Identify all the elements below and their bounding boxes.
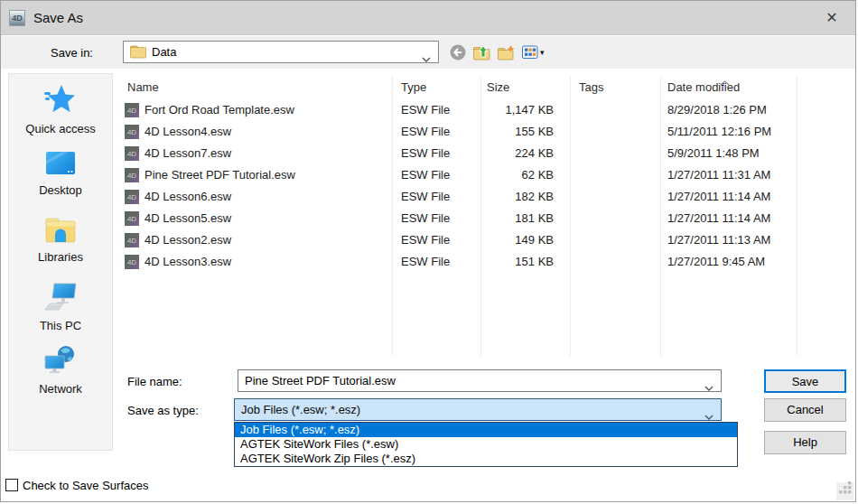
file-row[interactable]: 4D 4D Lesson2.esw ESW File 149 KB 1/27/2… <box>123 230 856 252</box>
file-size: 1,147 KB <box>462 103 554 117</box>
file-date-modified: 1/27/2011 11:13 AM <box>667 233 770 247</box>
esw-file-icon: 4D <box>125 190 139 204</box>
esw-file-icon: 4D <box>125 168 139 182</box>
title-bar[interactable]: 4D Save As ✕ <box>1 1 855 35</box>
resize-grip-area <box>836 482 854 500</box>
esw-file-icon: 4D <box>125 125 139 139</box>
this-pc-icon <box>9 282 112 316</box>
sidebar-item-libraries[interactable]: Libraries <box>9 215 112 264</box>
current-folder: Data <box>152 45 176 59</box>
file-name-input[interactable]: Pine Street PDF Tutorial.esw <box>238 369 722 392</box>
save-surfaces-checkbox[interactable] <box>5 479 18 491</box>
save-as-dialog: 4D Save As ✕ Save in: Data ▾ <box>0 0 856 502</box>
libraries-icon <box>9 215 112 247</box>
file-size: 62 KB <box>462 168 554 182</box>
view-menu-button[interactable]: ▾ <box>522 45 545 60</box>
file-list: 4D Fort Ord Road Template.esw ESW File 1… <box>123 100 856 274</box>
type-option[interactable]: Job Files (*.esw; *.esz) <box>235 423 737 437</box>
esw-file-icon: 4D <box>125 103 139 117</box>
desktop-icon <box>9 150 112 181</box>
sidebar-item-quick-access[interactable]: Quick access <box>9 83 112 135</box>
save-surfaces-label: Check to Save Surfaces <box>23 479 148 492</box>
places-sidebar: Quick access Desktop Libraries This PC N… <box>8 73 113 451</box>
sidebar-item-label: Quick access <box>9 122 112 135</box>
close-button[interactable]: ✕ <box>821 8 843 28</box>
up-one-level-button[interactable] <box>473 45 490 61</box>
file-type: ESW File <box>401 146 450 160</box>
resize-grip[interactable] <box>839 481 852 498</box>
file-name: 4D Lesson5.esw <box>145 211 231 225</box>
sidebar-item-label: This PC <box>9 319 112 332</box>
file-row[interactable]: 4D 4D Lesson4.esw ESW File 155 KB 5/11/2… <box>123 122 856 144</box>
cancel-button[interactable]: Cancel <box>764 398 846 422</box>
save-in-combobox[interactable]: Data <box>123 41 439 63</box>
file-size: 149 KB <box>462 233 554 247</box>
save-in-label: Save in: <box>51 46 93 60</box>
sidebar-item-network[interactable]: Network <box>9 345 112 396</box>
file-size: 182 KB <box>462 190 554 203</box>
file-name: Fort Ord Road Template.esw <box>145 103 294 117</box>
file-date-modified: 5/11/2011 12:16 PM <box>667 125 771 138</box>
save-as-type-label: Save as type: <box>127 404 199 417</box>
file-row[interactable]: 4D 4D Lesson7.esw ESW File 224 KB 5/9/20… <box>123 144 856 165</box>
file-row[interactable]: 4D Fort Ord Road Template.esw ESW File 1… <box>123 100 856 122</box>
sidebar-item-label: Desktop <box>9 183 112 197</box>
file-type: ESW File <box>401 190 450 203</box>
chevron-down-icon <box>422 50 431 66</box>
file-row[interactable]: 4D 4D Lesson6.esw ESW File 182 KB 1/27/2… <box>123 187 856 209</box>
column-header-tags[interactable]: Tags <box>579 80 603 94</box>
file-name: Pine Street PDF Tutorial.esw <box>145 168 295 182</box>
view-menu-caret-icon: ▾ <box>540 48 545 57</box>
file-name: 4D Lesson7.esw <box>145 146 231 160</box>
file-row[interactable]: 4D 4D Lesson3.esw ESW File 151 KB 1/27/2… <box>123 252 856 274</box>
file-type: ESW File <box>401 168 450 182</box>
dialog-title: Save As <box>33 10 83 25</box>
file-row[interactable]: 4D 4D Lesson5.esw ESW File 181 KB 1/27/2… <box>123 209 856 230</box>
esw-file-icon: 4D <box>125 233 139 247</box>
type-option[interactable]: AGTEK SiteWork Files (*.esw) <box>235 437 737 452</box>
create-new-folder-button[interactable] <box>498 45 515 61</box>
file-date-modified: 1/27/2011 11:31 AM <box>667 168 770 182</box>
file-type: ESW File <box>401 125 450 138</box>
app-logo-icon: 4D <box>9 10 25 26</box>
save-as-type-dropdown: Job Files (*.esw; *.esz) AGTEK SiteWork … <box>234 422 738 467</box>
file-size: 151 KB <box>462 255 554 268</box>
sidebar-item-label: Network <box>9 382 112 396</box>
save-surfaces-option[interactable]: Check to Save Surfaces <box>5 477 148 493</box>
column-header-type[interactable]: Type <box>401 80 426 94</box>
file-name: 4D Lesson2.esw <box>145 233 231 247</box>
help-button[interactable]: Help <box>764 431 846 454</box>
network-icon <box>9 345 112 379</box>
file-type: ESW File <box>401 255 450 268</box>
file-date-modified: 1/27/2011 9:45 AM <box>667 255 765 268</box>
sidebar-item-desktop[interactable]: Desktop <box>9 150 112 197</box>
folder-icon <box>130 44 146 62</box>
file-name: 4D Lesson3.esw <box>145 255 231 268</box>
file-type: ESW File <box>401 233 450 247</box>
back-button[interactable] <box>450 44 466 61</box>
save-as-type-value: Job Files (*.esw; *.esz) <box>241 403 360 416</box>
file-size: 181 KB <box>462 211 554 225</box>
file-date-modified: 8/29/2018 1:26 PM <box>667 103 767 117</box>
sidebar-item-this-pc[interactable]: This PC <box>9 282 112 332</box>
esw-file-icon: 4D <box>125 255 139 269</box>
column-header-size[interactable]: Size <box>487 80 509 94</box>
type-option[interactable]: AGTEK SiteWork Zip Files (*.esz) <box>235 452 737 466</box>
file-name-label: File name: <box>127 375 182 388</box>
file-name: 4D Lesson4.esw <box>145 125 231 138</box>
file-row[interactable]: 4D Pine Street PDF Tutorial.esw ESW File… <box>123 165 856 187</box>
esw-file-icon: 4D <box>125 211 139 226</box>
chevron-down-icon <box>704 378 713 395</box>
esw-file-icon: 4D <box>125 146 139 161</box>
file-size: 155 KB <box>462 125 554 138</box>
folder-toolbar: ▾ <box>450 42 545 62</box>
sort-ascending-icon <box>720 73 730 89</box>
save-button[interactable]: Save <box>764 369 846 393</box>
file-date-modified: 1/27/2011 11:14 AM <box>667 211 770 225</box>
column-header-name[interactable]: Name <box>127 80 159 94</box>
file-name: 4D Lesson6.esw <box>145 190 231 203</box>
file-date-modified: 5/9/2011 1:48 PM <box>667 146 760 160</box>
quick-access-star-icon <box>9 83 112 119</box>
file-name-value: Pine Street PDF Tutorial.esw <box>245 374 396 387</box>
save-as-type-combobox[interactable]: Job Files (*.esw; *.esz) <box>234 398 722 421</box>
